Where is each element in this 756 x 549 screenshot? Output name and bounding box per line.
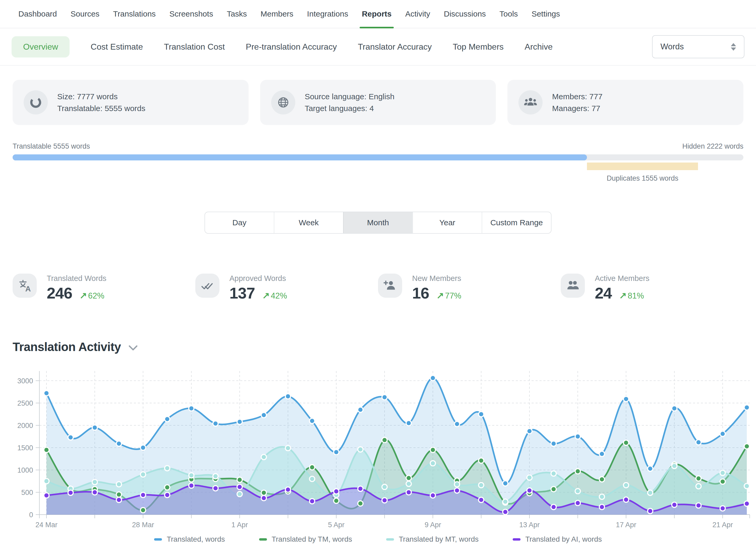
duplicates-words-label: Duplicates 1555 words: [536, 174, 749, 182]
trend-up-icon: ↗: [619, 290, 627, 301]
legend-swatch: [154, 538, 162, 541]
stat-label: Active Members: [595, 274, 649, 283]
svg-text:24 Mar: 24 Mar: [35, 521, 57, 529]
svg-text:17 Apr: 17 Apr: [616, 521, 636, 529]
report-tab-pre-translation-accuracy[interactable]: Pre-translation Accuracy: [246, 42, 337, 52]
range-tab-month[interactable]: Month: [343, 212, 412, 233]
info-card: Members: 777Managers: 77: [507, 80, 743, 125]
svg-text:2500: 2500: [17, 399, 33, 407]
nav-item-dashboard[interactable]: Dashboard: [18, 0, 57, 28]
info-card: Size: 7777 wordsTranslatable: 5555 words: [13, 80, 249, 125]
stat-value: 246: [47, 285, 72, 301]
legend-item[interactable]: Translated by AI, words: [513, 535, 602, 543]
nav-item-tools[interactable]: Tools: [500, 0, 518, 28]
chevron-down-icon[interactable]: [128, 345, 138, 351]
reports-overview-page: DashboardSourcesTranslationsScreenshotsT…: [0, 0, 756, 549]
svg-text:1 Apr: 1 Apr: [231, 521, 248, 529]
stat-label: Translated Words: [47, 274, 106, 283]
legend-item[interactable]: Translated, words: [154, 535, 225, 543]
report-tab-translator-accuracy[interactable]: Translator Accuracy: [358, 42, 432, 52]
project-info-cards: Size: 7777 wordsTranslatable: 5555 words…: [13, 80, 743, 125]
date-range-tabs: DayWeekMonthYearCustom Range: [204, 212, 552, 234]
nav-item-members[interactable]: Members: [261, 0, 293, 28]
stat-card-active-members: Active Members24↗81%: [561, 273, 743, 301]
info-card: Source language: EnglishTarget languages…: [260, 80, 496, 125]
translation-activity-header: Translation Activity: [13, 340, 138, 354]
stat-delta: ↗42%: [262, 290, 287, 301]
legend-label: Translated by TM, words: [272, 535, 352, 543]
stat-value: 137: [229, 285, 255, 301]
stat-card-translated-words: ATranslated Words246↗62%: [13, 273, 195, 301]
nav-item-activity[interactable]: Activity: [405, 0, 430, 28]
kpi-stats: ATranslated Words246↗62%Approved Words13…: [13, 273, 743, 301]
hidden-words-label: Hidden 2222 words: [682, 142, 743, 150]
people-icon: [561, 274, 585, 298]
stat-value: 16: [412, 285, 429, 301]
nav-item-settings[interactable]: Settings: [532, 0, 560, 28]
report-tab-archive[interactable]: Archive: [525, 42, 553, 52]
stat-delta: ↗62%: [80, 290, 104, 301]
legend-swatch: [513, 538, 521, 541]
trend-up-icon: ↗: [437, 290, 444, 301]
range-tab-custom-range[interactable]: Custom Range: [482, 212, 551, 233]
stat-delta: ↗77%: [437, 290, 461, 301]
stat-card-new-members: New Members16↗77%: [378, 273, 561, 301]
person-add-icon: [378, 274, 402, 298]
unit-select-value: Words: [660, 42, 684, 51]
nav-item-integrations[interactable]: Integrations: [307, 0, 348, 28]
legend-label: Translated, words: [167, 535, 225, 543]
chart-legend: Translated, wordsTranslated by TM, words…: [0, 535, 756, 543]
legend-label: Translated by AI, words: [525, 535, 602, 543]
range-tab-week[interactable]: Week: [274, 212, 343, 233]
svg-text:13 Apr: 13 Apr: [519, 521, 540, 529]
legend-label: Translated by MT, words: [399, 535, 479, 543]
svg-text:2000: 2000: [17, 422, 33, 430]
info-card-text: Source language: EnglishTarget languages…: [305, 91, 395, 114]
svg-text:3000: 3000: [17, 377, 33, 385]
legend-item[interactable]: Translated by MT, words: [386, 535, 479, 543]
stat-card-approved-words: Approved Words137↗42%: [195, 273, 378, 301]
svg-text:1500: 1500: [17, 444, 33, 452]
unit-select[interactable]: Words: [652, 35, 744, 58]
nav-item-discussions[interactable]: Discussions: [444, 0, 486, 28]
svg-text:21 Apr: 21 Apr: [712, 521, 733, 529]
nav-item-reports[interactable]: Reports: [362, 0, 391, 28]
stat-delta: ↗81%: [619, 290, 644, 301]
legend-item[interactable]: Translated by TM, words: [259, 535, 352, 543]
report-tab-overview[interactable]: Overview: [12, 36, 70, 57]
words-breakdown-labels: Translatable 5555 words Hidden 2222 word…: [13, 142, 743, 150]
top-navigation: DashboardSourcesTranslationsScreenshotsT…: [0, 0, 756, 28]
svg-text:A: A: [25, 285, 31, 292]
trend-up-icon: ↗: [262, 290, 270, 301]
progress-ring-icon: [24, 90, 48, 114]
info-card-text: Size: 7777 wordsTranslatable: 5555 words: [57, 91, 145, 114]
translation-activity-chart: 05001000150020002500300024 Mar28 Mar1 Ap…: [0, 364, 756, 534]
legend-swatch: [259, 538, 267, 541]
globe-icon: [271, 90, 295, 114]
svg-text:9 Apr: 9 Apr: [424, 521, 441, 529]
words-breakdown-bar: Duplicates 1555 words: [13, 154, 743, 191]
legend-swatch: [386, 538, 394, 541]
page-section-title: Translation Activity: [13, 340, 121, 354]
range-tab-day[interactable]: Day: [205, 212, 274, 233]
nav-item-sources[interactable]: Sources: [71, 0, 99, 28]
report-tab-top-members[interactable]: Top Members: [453, 42, 504, 52]
svg-text:1000: 1000: [17, 466, 33, 474]
range-tab-year[interactable]: Year: [412, 212, 482, 233]
sort-chevrons-icon: [731, 43, 736, 51]
translatable-words-segment: [13, 154, 587, 160]
nav-item-tasks[interactable]: Tasks: [227, 0, 247, 28]
stat-label: New Members: [412, 274, 461, 283]
nav-item-translations[interactable]: Translations: [113, 0, 156, 28]
report-tab-cost-estimate[interactable]: Cost Estimate: [91, 42, 143, 52]
report-tab-translation-cost[interactable]: Translation Cost: [164, 42, 225, 52]
report-tabs: OverviewCost EstimateTranslation CostPre…: [12, 36, 553, 57]
words-bar-track: [13, 154, 743, 160]
svg-text:28 Mar: 28 Mar: [132, 521, 154, 529]
members-icon: [518, 90, 543, 114]
double-check-icon: [195, 274, 219, 298]
svg-text:500: 500: [21, 489, 33, 496]
duplicates-words-segment: [587, 163, 698, 170]
trend-up-icon: ↗: [80, 290, 87, 301]
nav-item-screenshots[interactable]: Screenshots: [169, 0, 213, 28]
